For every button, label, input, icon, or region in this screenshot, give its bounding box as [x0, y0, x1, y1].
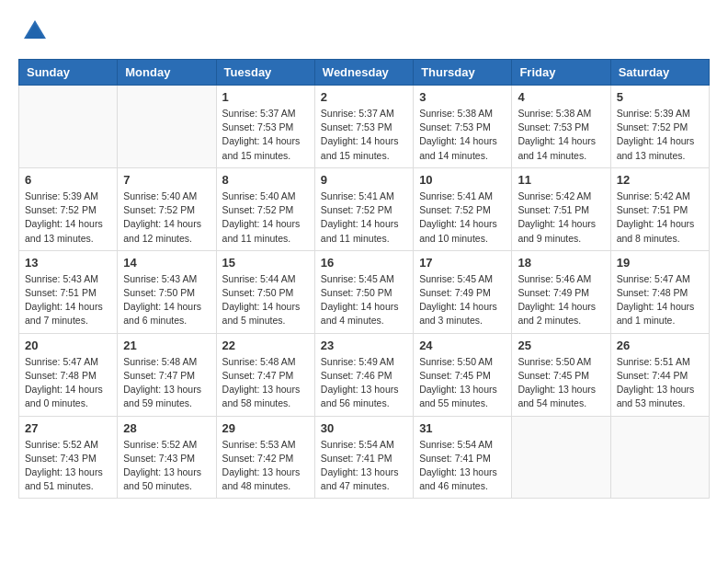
- day-info: Sunrise: 5:39 AM Sunset: 7:52 PM Dayligh…: [617, 107, 703, 163]
- week-row-2: 6Sunrise: 5:39 AM Sunset: 7:52 PM Daylig…: [19, 167, 710, 250]
- calendar-cell: 11Sunrise: 5:42 AM Sunset: 7:51 PM Dayli…: [512, 167, 610, 250]
- day-info: Sunrise: 5:52 AM Sunset: 7:43 PM Dayligh…: [123, 438, 210, 494]
- day-info: Sunrise: 5:52 AM Sunset: 7:43 PM Dayligh…: [25, 438, 111, 494]
- day-info: Sunrise: 5:40 AM Sunset: 7:52 PM Dayligh…: [222, 190, 309, 246]
- calendar-cell: 10Sunrise: 5:41 AM Sunset: 7:52 PM Dayli…: [414, 167, 512, 250]
- calendar-cell: 16Sunrise: 5:45 AM Sunset: 7:50 PM Dayli…: [314, 250, 413, 333]
- day-info: Sunrise: 5:49 AM Sunset: 7:46 PM Dayligh…: [321, 355, 407, 411]
- day-info: Sunrise: 5:42 AM Sunset: 7:51 PM Dayligh…: [518, 190, 604, 246]
- day-number: 11: [518, 173, 604, 187]
- calendar-cell: 26Sunrise: 5:51 AM Sunset: 7:44 PM Dayli…: [610, 333, 709, 416]
- calendar-cell: 3Sunrise: 5:38 AM Sunset: 7:53 PM Daylig…: [414, 86, 512, 168]
- logo-icon: [22, 18, 48, 44]
- day-info: Sunrise: 5:53 AM Sunset: 7:42 PM Dayligh…: [222, 438, 309, 494]
- day-number: 24: [419, 339, 506, 352]
- calendar-cell: 25Sunrise: 5:50 AM Sunset: 7:45 PM Dayli…: [512, 333, 610, 416]
- day-number: 12: [617, 173, 703, 187]
- calendar-cell: [610, 416, 709, 499]
- calendar-cell: 2Sunrise: 5:37 AM Sunset: 7:53 PM Daylig…: [314, 86, 413, 168]
- calendar-cell: 19Sunrise: 5:47 AM Sunset: 7:48 PM Dayli…: [610, 250, 709, 333]
- calendar-cell: 12Sunrise: 5:42 AM Sunset: 7:51 PM Dayli…: [610, 167, 709, 250]
- calendar-cell: 20Sunrise: 5:47 AM Sunset: 7:48 PM Dayli…: [19, 333, 118, 416]
- day-number: 4: [518, 90, 604, 104]
- day-info: Sunrise: 5:50 AM Sunset: 7:45 PM Dayligh…: [518, 355, 604, 411]
- day-info: Sunrise: 5:50 AM Sunset: 7:45 PM Dayligh…: [419, 355, 506, 411]
- calendar-cell: [118, 86, 216, 168]
- day-number: 1: [222, 90, 309, 104]
- day-number: 26: [617, 339, 703, 352]
- day-number: 25: [518, 339, 604, 352]
- day-info: Sunrise: 5:48 AM Sunset: 7:47 PM Dayligh…: [123, 355, 210, 411]
- calendar-cell: 1Sunrise: 5:37 AM Sunset: 7:53 PM Daylig…: [216, 86, 314, 168]
- calendar-cell: 22Sunrise: 5:48 AM Sunset: 7:47 PM Dayli…: [216, 333, 314, 416]
- day-number: 13: [25, 256, 111, 270]
- day-info: Sunrise: 5:38 AM Sunset: 7:53 PM Dayligh…: [518, 107, 604, 163]
- col-header-wednesday: Wednesday: [314, 60, 413, 86]
- week-row-4: 20Sunrise: 5:47 AM Sunset: 7:48 PM Dayli…: [19, 333, 710, 416]
- day-number: 28: [123, 421, 210, 435]
- calendar-cell: 27Sunrise: 5:52 AM Sunset: 7:43 PM Dayli…: [19, 416, 118, 499]
- day-number: 6: [25, 173, 111, 187]
- day-number: 2: [321, 90, 407, 104]
- calendar-cell: 18Sunrise: 5:46 AM Sunset: 7:49 PM Dayli…: [512, 250, 610, 333]
- day-number: 16: [321, 256, 407, 270]
- day-info: Sunrise: 5:38 AM Sunset: 7:53 PM Dayligh…: [419, 107, 506, 163]
- calendar-cell: [19, 86, 118, 168]
- day-number: 18: [518, 256, 604, 270]
- day-info: Sunrise: 5:42 AM Sunset: 7:51 PM Dayligh…: [617, 190, 703, 246]
- calendar-cell: [512, 416, 610, 499]
- day-info: Sunrise: 5:39 AM Sunset: 7:52 PM Dayligh…: [25, 190, 111, 246]
- day-info: Sunrise: 5:40 AM Sunset: 7:52 PM Dayligh…: [123, 190, 210, 246]
- day-info: Sunrise: 5:41 AM Sunset: 7:52 PM Dayligh…: [321, 190, 407, 246]
- calendar-cell: 31Sunrise: 5:54 AM Sunset: 7:41 PM Dayli…: [414, 416, 512, 499]
- day-info: Sunrise: 5:43 AM Sunset: 7:50 PM Dayligh…: [123, 272, 210, 328]
- day-info: Sunrise: 5:45 AM Sunset: 7:50 PM Dayligh…: [321, 272, 407, 328]
- week-row-5: 27Sunrise: 5:52 AM Sunset: 7:43 PM Dayli…: [19, 416, 710, 499]
- calendar-cell: 17Sunrise: 5:45 AM Sunset: 7:49 PM Dayli…: [414, 250, 512, 333]
- calendar-cell: 29Sunrise: 5:53 AM Sunset: 7:42 PM Dayli…: [216, 416, 314, 499]
- col-header-saturday: Saturday: [610, 60, 709, 86]
- day-number: 14: [123, 256, 210, 270]
- calendar-cell: 8Sunrise: 5:40 AM Sunset: 7:52 PM Daylig…: [216, 167, 314, 250]
- day-number: 17: [419, 256, 506, 270]
- day-info: Sunrise: 5:37 AM Sunset: 7:53 PM Dayligh…: [321, 107, 407, 163]
- col-header-sunday: Sunday: [19, 60, 118, 86]
- day-number: 20: [25, 339, 111, 352]
- calendar-cell: 14Sunrise: 5:43 AM Sunset: 7:50 PM Dayli…: [118, 250, 216, 333]
- day-number: 3: [419, 90, 506, 104]
- day-info: Sunrise: 5:54 AM Sunset: 7:41 PM Dayligh…: [419, 438, 506, 494]
- day-number: 10: [419, 173, 506, 187]
- day-number: 5: [617, 90, 703, 104]
- day-number: 22: [222, 339, 309, 352]
- calendar-cell: 13Sunrise: 5:43 AM Sunset: 7:51 PM Dayli…: [19, 250, 118, 333]
- calendar-header-row: SundayMondayTuesdayWednesdayThursdayFrid…: [19, 60, 710, 86]
- day-number: 19: [617, 256, 703, 270]
- calendar-cell: 30Sunrise: 5:54 AM Sunset: 7:41 PM Dayli…: [314, 416, 413, 499]
- day-number: 15: [222, 256, 309, 270]
- day-info: Sunrise: 5:48 AM Sunset: 7:47 PM Dayligh…: [222, 355, 309, 411]
- calendar-cell: 9Sunrise: 5:41 AM Sunset: 7:52 PM Daylig…: [314, 167, 413, 250]
- week-row-3: 13Sunrise: 5:43 AM Sunset: 7:51 PM Dayli…: [19, 250, 710, 333]
- logo: [18, 18, 48, 44]
- day-number: 21: [123, 339, 210, 352]
- calendar-cell: 6Sunrise: 5:39 AM Sunset: 7:52 PM Daylig…: [19, 167, 118, 250]
- day-info: Sunrise: 5:46 AM Sunset: 7:49 PM Dayligh…: [518, 272, 604, 328]
- col-header-friday: Friday: [512, 60, 610, 86]
- day-info: Sunrise: 5:43 AM Sunset: 7:51 PM Dayligh…: [25, 272, 111, 328]
- day-number: 7: [123, 173, 210, 187]
- day-info: Sunrise: 5:54 AM Sunset: 7:41 PM Dayligh…: [321, 438, 407, 494]
- day-number: 8: [222, 173, 309, 187]
- day-number: 27: [25, 421, 111, 435]
- day-info: Sunrise: 5:47 AM Sunset: 7:48 PM Dayligh…: [25, 355, 111, 411]
- calendar-cell: 15Sunrise: 5:44 AM Sunset: 7:50 PM Dayli…: [216, 250, 314, 333]
- day-info: Sunrise: 5:47 AM Sunset: 7:48 PM Dayligh…: [617, 272, 703, 328]
- col-header-thursday: Thursday: [414, 60, 512, 86]
- day-info: Sunrise: 5:41 AM Sunset: 7:52 PM Dayligh…: [419, 190, 506, 246]
- calendar-cell: 24Sunrise: 5:50 AM Sunset: 7:45 PM Dayli…: [414, 333, 512, 416]
- week-row-1: 1Sunrise: 5:37 AM Sunset: 7:53 PM Daylig…: [19, 86, 710, 168]
- day-number: 9: [321, 173, 407, 187]
- calendar-cell: 21Sunrise: 5:48 AM Sunset: 7:47 PM Dayli…: [118, 333, 216, 416]
- calendar-cell: 4Sunrise: 5:38 AM Sunset: 7:53 PM Daylig…: [512, 86, 610, 168]
- col-header-monday: Monday: [118, 60, 216, 86]
- day-info: Sunrise: 5:37 AM Sunset: 7:53 PM Dayligh…: [222, 107, 309, 163]
